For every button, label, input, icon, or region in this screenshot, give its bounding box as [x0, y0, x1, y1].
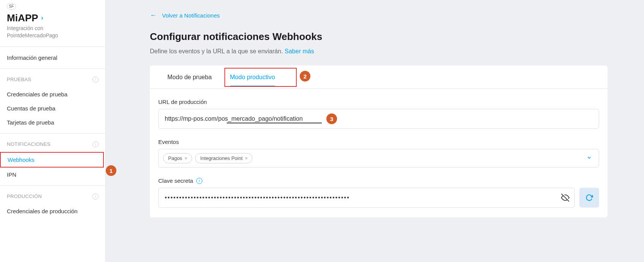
eye-off-icon[interactable]: [561, 193, 569, 202]
learn-more-link[interactable]: Saber más: [285, 48, 314, 54]
secret-label: Clave secreta i: [158, 177, 599, 184]
page-description: Define los eventos y la URL a la que se …: [150, 48, 623, 55]
info-icon[interactable]: i: [92, 193, 99, 200]
chips-container: Pagos × Integraciones Point ×: [163, 153, 253, 163]
close-icon[interactable]: ×: [184, 155, 188, 161]
info-icon[interactable]: i: [196, 178, 202, 184]
events-label: Eventos: [158, 139, 599, 145]
chip-integraciones-point: Integraciones Point ×: [195, 153, 253, 163]
back-link[interactable]: ← Volver a Notificaciones: [150, 11, 220, 19]
chip-pagos: Pagos ×: [163, 153, 192, 163]
chevron-down-icon: [587, 155, 592, 161]
sidebar-item-webhooks[interactable]: Webhooks: [0, 152, 104, 168]
sidebar-section-produccion: PRODUCCIÓN i: [0, 186, 105, 204]
back-label: Volver a Notificaciones: [162, 12, 220, 19]
secret-input[interactable]: [158, 188, 575, 208]
url-input-wrap: 3: [158, 109, 599, 129]
secret-input-wrap: [158, 188, 575, 208]
sidebar-item-cuentas-prueba[interactable]: Cuentas de prueba: [0, 101, 105, 115]
close-icon[interactable]: ×: [245, 155, 248, 161]
url-input[interactable]: [158, 109, 599, 129]
tab-production-mode[interactable]: Modo productivo: [221, 66, 284, 88]
secret-row: [158, 188, 599, 208]
sidebar-item-general[interactable]: Información general: [0, 47, 105, 69]
url-label: URL de producción: [158, 99, 599, 105]
tab-test-mode[interactable]: Modo de prueba: [158, 66, 221, 88]
refresh-button[interactable]: [579, 188, 599, 208]
section-title-notificaciones: NOTIFICACIONES: [7, 141, 51, 147]
arrow-left-icon: ←: [150, 11, 157, 19]
sidebar-section-notificaciones: NOTIFICACIONES i: [0, 134, 105, 152]
chevron-right-icon: ›: [41, 14, 43, 21]
events-select[interactable]: Pagos × Integraciones Point ×: [158, 149, 599, 168]
app-subtitle: Integración con PointdeMercadoPago: [7, 25, 99, 40]
sidebar-section-pruebas: PRUEBAS i: [0, 69, 105, 87]
card-body: URL de producción 3 Eventos Pagos × Inte…: [150, 89, 607, 217]
annotation-3: 3: [326, 113, 337, 124]
sidebar-item-credenciales-prueba[interactable]: Credenciales de prueba: [0, 87, 105, 101]
sidebar: SF MiAPP › Integración con PointdeMercad…: [0, 0, 106, 262]
page-title: Configurar notificaciones Webhooks: [150, 31, 623, 43]
annotation-2: 2: [300, 71, 310, 81]
sidebar-item-credenciales-produccion[interactable]: Credenciales de producción: [0, 204, 105, 218]
info-icon[interactable]: i: [92, 141, 99, 147]
info-icon[interactable]: i: [92, 77, 99, 83]
section-title-pruebas: PRUEBAS: [7, 77, 31, 82]
app-title-row[interactable]: MiAPP ›: [7, 12, 99, 24]
section-title-produccion: PRODUCCIÓN: [7, 193, 42, 199]
tabs: Modo de prueba Modo productivo 2: [150, 66, 607, 89]
app-title: MiAPP: [7, 12, 38, 24]
avatar: SF: [7, 3, 16, 10]
config-card: Modo de prueba Modo productivo 2 URL de …: [150, 66, 607, 217]
sidebar-header: SF MiAPP › Integración con PointdeMercad…: [0, 0, 105, 47]
sidebar-item-ipn[interactable]: IPN: [0, 168, 105, 182]
main-content: ← Volver a Notificaciones Configurar not…: [106, 0, 644, 262]
sidebar-item-tarjetas-prueba[interactable]: Tarjetas de prueba: [0, 115, 105, 129]
